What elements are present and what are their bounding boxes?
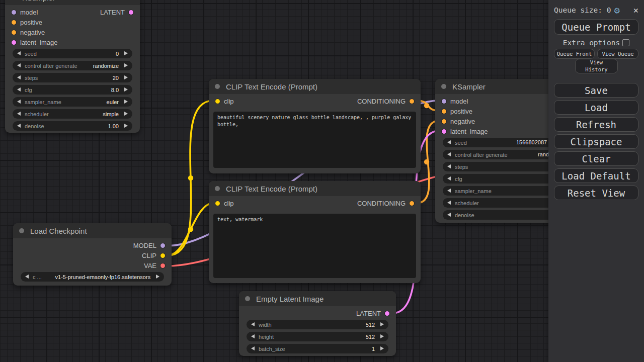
node-clip-text-encode-positive[interactable]: CLIP Text Encode (Prompt) clip CONDITION…: [209, 79, 421, 173]
step-left-icon[interactable]: [447, 201, 451, 205]
widget-scheduler[interactable]: scheduler simple: [13, 109, 132, 119]
node-clip-text-encode-negative[interactable]: CLIP Text Encode (Prompt) clip CONDITION…: [209, 181, 421, 283]
clip-slot-icon[interactable]: [215, 99, 220, 104]
widget-cfg[interactable]: cfg 8.0: [13, 85, 132, 95]
output-slot-clip[interactable]: CLIP: [13, 250, 172, 260]
input-slot-positive[interactable]: positive: [5, 17, 140, 27]
clipspace-button[interactable]: Clipspace: [554, 134, 638, 149]
input-slot-model[interactable]: model LATENT: [5, 7, 140, 17]
view-queue-button[interactable]: View Queue: [597, 49, 638, 59]
output-slot-latent[interactable]: LATENT: [239, 308, 396, 318]
latent-output-icon[interactable]: [129, 10, 133, 15]
step-left-icon[interactable]: [17, 63, 21, 67]
step-left-icon[interactable]: [251, 322, 255, 326]
node-title-bar[interactable]: Load Checkpoint: [13, 223, 172, 238]
step-left-icon[interactable]: [447, 189, 451, 193]
step-left-icon[interactable]: [447, 213, 451, 217]
widget-ckpt-name[interactable]: c ... v1-5-pruned-emaonly-fp16.safetenso…: [21, 272, 164, 282]
output-slot-vae[interactable]: VAE: [13, 260, 172, 270]
step-left-icon[interactable]: [17, 112, 21, 116]
step-left-icon[interactable]: [447, 164, 451, 168]
step-right-icon[interactable]: [124, 112, 128, 116]
step-left-icon[interactable]: [447, 152, 451, 156]
input-slot-clip[interactable]: clip CONDITIONING: [209, 198, 421, 208]
step-left-icon[interactable]: [25, 275, 29, 279]
node-title-bar[interactable]: CLIP Text Encode (Prompt): [209, 181, 421, 196]
node-ksampler-left[interactable]: KSampler model LATENT positive negative …: [5, 0, 140, 133]
step-left-icon[interactable]: [17, 87, 21, 92]
latent-slot-icon[interactable]: [442, 129, 446, 134]
prompt-textarea[interactable]: text, watermark: [213, 214, 416, 278]
input-slot-negative[interactable]: negative: [5, 27, 140, 37]
widget-batch-size[interactable]: batch_size 1: [247, 344, 388, 353]
step-right-icon[interactable]: [156, 275, 159, 279]
step-left-icon[interactable]: [17, 51, 21, 55]
conditioning-slot-icon[interactable]: [12, 30, 16, 35]
node-title-bar[interactable]: Empty Latent Image: [239, 291, 396, 306]
conditioning-slot-icon[interactable]: [442, 109, 446, 114]
vae-output-icon[interactable]: [160, 263, 165, 268]
widget-steps[interactable]: steps 20: [13, 73, 132, 82]
model-slot-icon[interactable]: [442, 99, 446, 104]
clip-output-icon[interactable]: [160, 253, 165, 258]
view-history-button[interactable]: View History: [575, 59, 618, 73]
clear-button[interactable]: Clear: [554, 151, 638, 166]
conditioning-output-icon[interactable]: [410, 201, 414, 206]
latent-slot-icon[interactable]: [12, 40, 16, 45]
load-default-button[interactable]: Load Default: [554, 168, 638, 183]
collapse-dot-icon[interactable]: [215, 186, 220, 191]
widget-denoise[interactable]: denoise 1.00: [13, 121, 132, 131]
latent-output-icon[interactable]: [385, 311, 389, 316]
conditioning-slot-icon[interactable]: [442, 119, 446, 124]
widget-control-after-generate[interactable]: control after generate randomize: [13, 61, 132, 70]
queue-prompt-button[interactable]: Queue Prompt: [554, 19, 638, 35]
step-right-icon[interactable]: [124, 87, 128, 92]
step-right-icon[interactable]: [380, 346, 384, 350]
slot-label: clip: [224, 200, 234, 207]
step-left-icon[interactable]: [251, 346, 255, 350]
node-empty-latent-image[interactable]: Empty Latent Image LATENT width 512 heig…: [239, 291, 396, 356]
step-right-icon[interactable]: [124, 51, 128, 55]
collapse-dot-icon[interactable]: [245, 296, 250, 301]
widget-seed[interactable]: seed 0: [13, 49, 132, 58]
reset-view-button[interactable]: Reset View: [554, 186, 638, 200]
clip-slot-icon[interactable]: [215, 201, 220, 206]
node-title-bar[interactable]: KSampler: [5, 0, 140, 5]
step-left-icon[interactable]: [447, 140, 451, 144]
collapse-dot-icon[interactable]: [19, 228, 24, 233]
step-left-icon[interactable]: [17, 124, 21, 128]
input-slot-latent-image[interactable]: latent_image: [5, 37, 140, 47]
extra-options-checkbox[interactable]: [622, 39, 629, 46]
input-slot-clip[interactable]: clip CONDITIONING: [209, 96, 421, 106]
model-slot-icon[interactable]: [12, 10, 16, 15]
step-left-icon[interactable]: [17, 100, 21, 104]
collapse-dot-icon[interactable]: [215, 84, 220, 89]
queue-front-button[interactable]: Queue Front: [554, 49, 595, 59]
load-button[interactable]: Load: [554, 100, 638, 115]
conditioning-output-icon[interactable]: [410, 99, 414, 104]
refresh-button[interactable]: Refresh: [554, 117, 638, 132]
step-right-icon[interactable]: [124, 63, 128, 67]
prompt-textarea[interactable]: beautiful scenery nature glass bottle la…: [213, 112, 416, 168]
step-right-icon[interactable]: [380, 334, 384, 338]
widget-height[interactable]: height 512: [247, 332, 388, 341]
collapse-dot-icon[interactable]: [441, 84, 446, 89]
step-right-icon[interactable]: [124, 124, 128, 128]
save-button[interactable]: Save: [554, 83, 638, 98]
node-graph-canvas[interactable]: KSampler model LATENT positive negative …: [0, 0, 644, 362]
step-left-icon[interactable]: [447, 176, 451, 180]
gear-icon[interactable]: ⚙: [614, 6, 620, 15]
widget-sampler-name[interactable]: sampler_name euler: [13, 97, 132, 107]
step-right-icon[interactable]: [124, 100, 128, 104]
step-right-icon[interactable]: [124, 75, 128, 79]
widget-width[interactable]: width 512: [247, 320, 388, 329]
step-right-icon[interactable]: [380, 322, 384, 326]
node-title-bar[interactable]: CLIP Text Encode (Prompt): [209, 79, 421, 94]
output-slot-model[interactable]: MODEL: [13, 240, 172, 250]
close-icon[interactable]: ✕: [633, 5, 638, 15]
step-left-icon[interactable]: [251, 334, 255, 338]
model-output-icon[interactable]: [160, 243, 165, 248]
conditioning-slot-icon[interactable]: [12, 20, 16, 25]
step-left-icon[interactable]: [17, 75, 21, 79]
node-load-checkpoint[interactable]: Load Checkpoint MODEL CLIP VAE c ... v1-…: [13, 223, 172, 286]
